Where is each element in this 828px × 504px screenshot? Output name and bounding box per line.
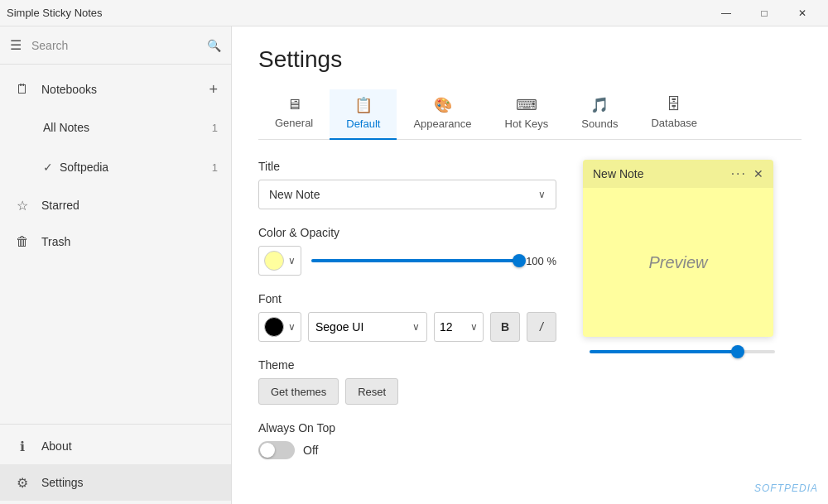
add-notebook-icon[interactable]: + [209,81,218,98]
tab-appearance[interactable]: 🎨 Appearance [397,89,488,140]
note-preview-title: New Note [593,167,643,180]
font-size-dropdown[interactable]: 12 ∨ [434,312,484,342]
about-label: About [41,439,218,453]
sidebar-item-notebooks[interactable]: 🗒 Notebooks + [0,71,231,108]
title-chevron-icon: ∨ [538,189,546,200]
font-family-dropdown[interactable]: Segoe UI ∨ [308,312,427,342]
maximize-button[interactable]: □ [745,0,783,26]
all-notes-label: All Notes [43,121,212,134]
always-on-top-toggle[interactable] [258,441,295,459]
opacity-value: 100 % [526,255,556,267]
title-label: Title [258,160,556,173]
note-close-icon[interactable]: ✕ [753,167,763,180]
preview-slider-fill [590,350,738,353]
always-on-top-label: Always On Top [258,421,556,434]
search-icon[interactable]: 🔍 [207,39,221,52]
title-dropdown[interactable]: New Note ∨ [258,180,556,209]
main-content: Settings 🖥 General 📋 Default 🎨 Appearanc… [232,26,828,504]
theme-label: Theme [258,358,556,372]
trash-icon: 🗑 [13,234,31,249]
general-tab-icon: 🖥 [286,96,301,113]
tab-database[interactable]: 🗄 Database [634,89,714,140]
tab-default[interactable]: 📋 Default [330,89,397,140]
app-layout: ☰ Search 🔍 🗒 Notebooks + All Notes 1 ✓ [0,26,828,504]
default-tab-icon: 📋 [354,96,373,114]
sidebar-item-settings[interactable]: ⚙ Settings [0,464,231,501]
tab-hotkeys[interactable]: ⌨ Hot Keys [489,89,566,140]
star-icon: ☆ [13,198,31,214]
starred-label: Starred [41,199,218,212]
all-notes-section: All Notes 1 [0,108,231,147]
toggle-knob [260,443,275,458]
default-tab-label: Default [346,118,380,130]
database-tab-label: Database [651,117,697,129]
note-preview: New Note ··· ✕ Preview [583,160,773,337]
tab-general[interactable]: 🖥 General [258,89,330,140]
italic-button[interactable]: / [527,312,556,342]
theme-row: Get themes Reset [258,378,556,405]
appearance-tab-icon: 🎨 [434,96,452,114]
opacity-slider-track[interactable] [311,259,519,262]
font-color-chevron-icon: ∨ [288,321,296,333]
notebooks-label: Notebooks [41,83,209,96]
notebook-icon: 🗒 [13,82,31,97]
hotkeys-tab-icon: ⌨ [516,96,537,114]
opacity-slider-container: 100 % [311,255,556,267]
preview-slider-thumb[interactable] [731,345,744,358]
softpedia-section: ✓ Softpedia 1 [0,147,231,187]
font-size-chevron-icon: ∨ [470,321,478,333]
sounds-tab-label: Sounds [581,118,618,130]
minimize-button[interactable]: — [707,0,745,26]
titlebar: Simple Sticky Notes — □ ✕ [0,0,828,26]
get-themes-button[interactable]: Get themes [258,378,339,405]
preview-slider-track[interactable] [590,350,775,353]
note-preview-header: New Note ··· ✕ [583,160,773,188]
color-opacity-label: Color & Opacity [258,226,556,239]
general-tab-label: General [275,117,313,129]
appearance-tab-label: Appearance [413,118,471,130]
sidebar-item-softpedia[interactable]: ✓ Softpedia 1 [43,151,218,184]
font-color-button[interactable]: ∨ [258,312,301,342]
sidebar-item-trash[interactable]: 🗑 Trash [0,223,231,260]
settings-nav-label: Settings [41,476,218,489]
always-on-top-group: Always On Top Off [258,421,556,459]
bold-button[interactable]: B [490,312,520,342]
check-icon: ✓ [43,161,53,174]
font-label: Font [258,292,556,305]
color-opacity-row: ∨ 100 % [258,246,556,276]
note-menu-icon[interactable]: ··· [731,166,747,181]
bold-label: B [501,320,509,334]
search-placeholder[interactable]: Search [31,39,207,52]
note-preview-actions: ··· ✕ [731,166,763,181]
color-opacity-group: Color & Opacity ∨ 100 % [258,226,556,276]
hotkeys-tab-label: Hot Keys [505,118,549,130]
opacity-fill [311,259,519,262]
color-picker-button[interactable]: ∨ [258,246,301,276]
font-group: Font ∨ Segoe UI ∨ 12 ∨ [258,292,556,342]
font-color-swatch [264,317,284,337]
sidebar-item-all-notes[interactable]: All Notes 1 [43,111,218,144]
sidebar-bottom: ℹ About ⚙ Settings [0,424,231,504]
reset-button[interactable]: Reset [345,378,398,405]
note-preview-body: Preview [583,188,773,337]
title-group: Title New Note ∨ [258,160,556,209]
opacity-thumb[interactable] [513,254,526,267]
hamburger-icon[interactable]: ☰ [10,37,22,53]
theme-group: Theme Get themes Reset [258,358,556,405]
app-title: Simple Sticky Notes [7,7,103,19]
settings-body: Title New Note ∨ Color & Opacity ∨ [258,160,802,476]
close-button[interactable]: ✕ [783,0,821,26]
sounds-tab-icon: 🎵 [590,96,609,114]
database-tab-icon: 🗄 [667,96,681,113]
toggle-state-label: Off [303,444,318,457]
softpedia-label: Softpedia [60,161,212,174]
sidebar-item-about[interactable]: ℹ About [0,428,231,464]
trash-label: Trash [41,235,218,248]
all-notes-badge: 1 [212,122,218,134]
sidebar-item-starred[interactable]: ☆ Starred [0,187,231,223]
settings-tabs: 🖥 General 📋 Default 🎨 Appearance ⌨ Hot K… [258,89,802,140]
font-family-chevron-icon: ∨ [412,321,420,333]
font-size-value: 12 [440,320,453,334]
tab-sounds[interactable]: 🎵 Sounds [565,89,634,140]
sidebar: ☰ Search 🔍 🗒 Notebooks + All Notes 1 ✓ [0,26,232,504]
